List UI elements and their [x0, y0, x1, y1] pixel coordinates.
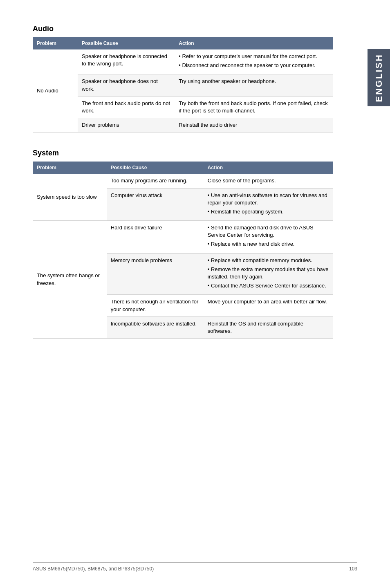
cause-cell: Computer virus attack [107, 188, 204, 221]
audio-col-cause: Possible Cause [78, 37, 175, 49]
list-item: Refer to your computer's user manual for… [179, 53, 329, 60]
action-cell: Use an anti-virus software to scan for v… [204, 188, 333, 221]
cause-cell: Hard disk drive failure [107, 221, 204, 254]
action-cell: Refer to your computer's user manual for… [175, 49, 333, 74]
problem-cell: System speed is too slow [33, 174, 107, 220]
cause-cell: Driver problems [78, 118, 175, 132]
action-cell: Close some of the programs. [204, 174, 333, 188]
table-row: The front and back audio ports do not wo… [33, 96, 333, 118]
footer: ASUS BM6675(MD750), BM6875, and BP6375(S… [33, 562, 357, 572]
cause-cell: Too many programs are running. [107, 174, 204, 188]
audio-section: Audio Problem Possible Cause Action No A… [33, 25, 333, 132]
system-section-title: System [33, 149, 333, 157]
table-row: Driver problemsReinstall the audio drive… [33, 118, 333, 132]
footer-left: ASUS BM6675(MD750), BM6875, and BP6375(S… [33, 566, 154, 572]
system-table: Problem Possible Cause Action System spe… [33, 162, 333, 339]
cause-cell: Speaker or headphone does not work. [78, 74, 175, 96]
action-cell: Move your computer to an area with bette… [204, 295, 333, 316]
system-col-problem: Problem [33, 162, 107, 174]
audio-col-action: Action [175, 37, 333, 49]
system-col-cause: Possible Cause [107, 162, 204, 174]
table-row: System speed is too slowToo many program… [33, 174, 333, 188]
list-item: Remove the extra memory modules that you… [208, 266, 329, 281]
problem-cell: The system often hangs or freezes. [33, 221, 107, 339]
cause-cell: Incompatible softwares are installed. [107, 316, 204, 338]
list-item: Replace with compatible memory modules. [208, 257, 329, 264]
list-item: Reinstall the operating system. [208, 208, 329, 215]
cause-cell: Speaker or headphone is connected to the… [78, 49, 175, 74]
side-tab-label: ENGLISH [374, 54, 384, 102]
system-col-action: Action [204, 162, 333, 174]
system-section: System Problem Possible Cause Action Sys… [33, 149, 333, 339]
cause-cell: Memory module problems [107, 253, 204, 295]
list-item: Replace with a new hard disk drive. [208, 240, 329, 248]
action-cell: Try using another speaker or headphone. [175, 74, 333, 96]
system-table-header: Problem Possible Cause Action [33, 162, 333, 174]
problem-cell: No Audio [33, 49, 78, 132]
cause-cell: The front and back audio ports do not wo… [78, 96, 175, 118]
table-row: The system often hangs or freezes.Hard d… [33, 221, 333, 254]
table-row: No AudioSpeaker or headphone is connecte… [33, 49, 333, 74]
list-item: Disconnect and reconnect the speaker to … [179, 62, 329, 69]
action-cell: Reinstall the audio driver [175, 118, 333, 132]
audio-table-header: Problem Possible Cause Action [33, 37, 333, 49]
side-tab: ENGLISH [368, 49, 390, 106]
audio-section-title: Audio [33, 25, 333, 33]
footer-right: 103 [349, 566, 357, 572]
list-item: Use an anti-virus software to scan for v… [208, 192, 329, 206]
list-item: Send the damaged hard disk drive to ASUS… [208, 224, 329, 239]
list-item: Contact the ASUS Service Center for assi… [208, 282, 329, 290]
cause-cell: There is not enough air ventilation for … [107, 295, 204, 316]
audio-col-problem: Problem [33, 37, 78, 49]
action-cell: Replace with compatible memory modules.R… [204, 253, 333, 295]
audio-table: Problem Possible Cause Action No AudioSp… [33, 37, 333, 132]
action-cell: Send the damaged hard disk drive to ASUS… [204, 221, 333, 254]
action-cell: Reinstall the OS and reinstall compatibl… [204, 316, 333, 338]
action-cell: Try both the front and back audio ports.… [175, 96, 333, 118]
table-row: Speaker or headphone does not work.Try u… [33, 74, 333, 96]
